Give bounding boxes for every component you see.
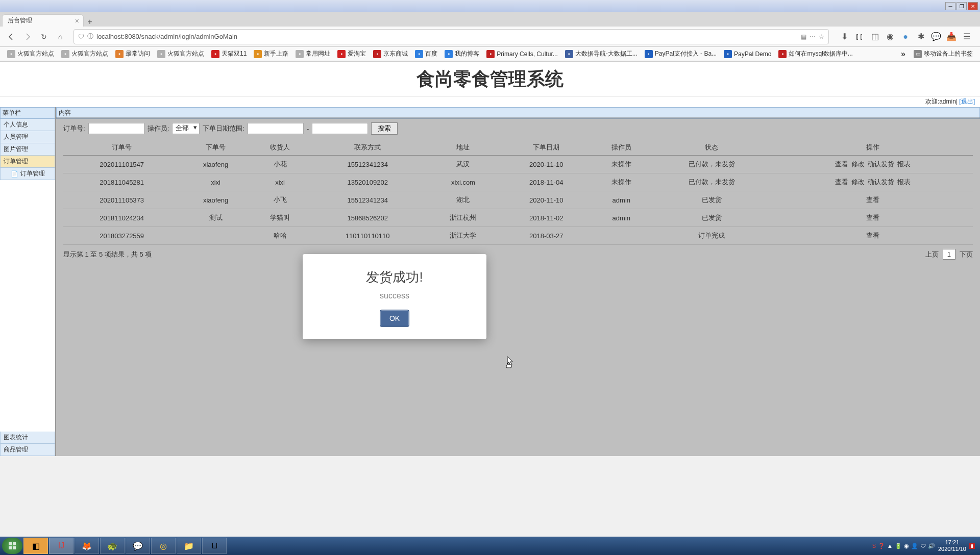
date-to-input[interactable] xyxy=(312,123,368,134)
sidebar-title: 菜单栏 xyxy=(0,107,55,119)
sidebar-item[interactable]: 图片管理 xyxy=(0,143,55,156)
menu-icon[interactable]: ☰ xyxy=(962,32,972,42)
qr-icon[interactable]: ▦ xyxy=(801,33,806,40)
action-link[interactable]: 查看 xyxy=(835,160,848,168)
bookmark-icon: ▪ xyxy=(211,50,219,58)
bookmark-item[interactable]: ▪PayPal Demo xyxy=(721,49,774,58)
action-link[interactable]: 查看 xyxy=(866,214,879,221)
date-from-input[interactable] xyxy=(248,123,304,134)
back-button[interactable] xyxy=(4,30,18,44)
action-link[interactable]: 查看 xyxy=(835,178,848,186)
action-link[interactable]: 修改 xyxy=(851,178,865,186)
operator-select[interactable]: 全部 ▾ xyxy=(172,123,200,134)
bookmark-item[interactable]: ▪我的博客 xyxy=(442,49,482,58)
task-app1[interactable]: ◧ xyxy=(23,538,48,554)
sidebar-item[interactable]: 商品管理 xyxy=(0,444,55,456)
modal-ok-button[interactable]: OK xyxy=(380,310,409,327)
close-button[interactable]: ✕ xyxy=(968,2,978,10)
tray-flag[interactable]: ▮ xyxy=(969,543,975,549)
tray-icon[interactable]: S xyxy=(872,543,876,549)
page-number[interactable]: 1 xyxy=(943,249,955,260)
new-tab-button[interactable]: + xyxy=(84,17,96,27)
tray-clock[interactable]: 17:21 2020/11/10 xyxy=(938,539,966,552)
download-icon[interactable]: ⬇ xyxy=(839,32,849,42)
sidebar-icon[interactable]: ◫ xyxy=(870,32,880,42)
task-app5[interactable]: 🖥 xyxy=(202,538,227,554)
tab-close-icon[interactable]: × xyxy=(75,17,79,25)
bookmark-item[interactable]: ▪火狐官方站点 xyxy=(58,49,111,58)
bookmark-item[interactable]: ▪天猫双11 xyxy=(208,49,250,58)
table-row: 202011101547xiaofeng小花15512341234武汉2020-… xyxy=(63,156,973,173)
ext5-icon[interactable]: 📥 xyxy=(946,32,957,42)
library-icon[interactable]: ⫿⫿ xyxy=(854,32,865,42)
reload-button[interactable]: ↻ xyxy=(37,30,51,44)
sidebar-item[interactable]: 个人信息 xyxy=(0,119,55,131)
bookmark-item[interactable]: ▪火狐官方站点 xyxy=(4,49,57,58)
url-bar[interactable]: 🛡 ⓘ localhost:8080/snack/admin/login/adm… xyxy=(74,29,829,44)
ext1-icon[interactable]: ◉ xyxy=(885,32,895,42)
bookmarks-bar: ▪火狐官方站点▪火狐官方站点▪最常访问▪火狐官方站点▪天猫双11▪新手上路▪常用… xyxy=(0,47,980,61)
bookmarks-overflow[interactable]: » xyxy=(897,49,910,59)
sidebar-item[interactable]: 订单管理 xyxy=(0,156,55,168)
prev-page[interactable]: 上页 xyxy=(925,250,939,259)
order-input[interactable] xyxy=(88,123,144,134)
bookmark-item[interactable]: ▪火狐官方站点 xyxy=(154,49,207,58)
sidebar: 菜单栏 个人信息人员管理图片管理订单管理 📄 订单管理 图表统计商品管理 xyxy=(0,107,56,456)
ext3-icon[interactable]: ✱ xyxy=(916,32,926,42)
action-link[interactable]: 报表 xyxy=(897,160,911,168)
search-button[interactable]: 搜索 xyxy=(371,122,398,135)
tray-icon[interactable]: 🔋 xyxy=(895,543,902,549)
sidebar-item[interactable]: 图表统计 xyxy=(0,432,55,444)
tray-icons[interactable]: S ❓ ▲ 🔋 ◉ 👤 🛡 🔊 xyxy=(872,543,935,549)
bookmark-item[interactable]: ▪京东商城 xyxy=(370,49,411,58)
minimize-button[interactable]: ─ xyxy=(945,2,955,10)
ext4-icon[interactable]: 💬 xyxy=(931,32,941,42)
logout-link[interactable]: [退出] xyxy=(959,98,975,105)
task-app2[interactable]: IJ xyxy=(49,538,74,554)
action-link[interactable]: 确认发货 xyxy=(868,160,894,168)
bookmark-item[interactable]: ▪百度 xyxy=(412,49,440,58)
tray-icon[interactable]: 🔊 xyxy=(928,543,935,549)
forward-button[interactable] xyxy=(20,30,35,44)
home-button[interactable]: ⌂ xyxy=(53,30,67,44)
ext2-icon[interactable]: ● xyxy=(900,32,911,42)
tray-icon[interactable]: ▲ xyxy=(887,543,893,549)
bookmark-icon: ▪ xyxy=(115,50,124,58)
bookmark-item[interactable]: ▪爱淘宝 xyxy=(334,49,369,58)
bookmark-item[interactable]: ▪如何在mysql数据库中... xyxy=(775,49,855,58)
sidebar-item[interactable]: 人员管理 xyxy=(0,131,55,143)
task-app4[interactable]: ◎ xyxy=(151,538,176,554)
ellipsis-icon[interactable]: ⋯ xyxy=(810,33,816,40)
bookmark-item[interactable]: ▪新手上路 xyxy=(251,49,291,58)
action-link[interactable]: 修改 xyxy=(851,160,865,168)
tray-icon[interactable]: ❓ xyxy=(878,543,885,549)
tab-active[interactable]: 后台管理 × xyxy=(2,14,84,27)
star-icon[interactable]: ☆ xyxy=(819,33,824,40)
action-link[interactable]: 确认发货 xyxy=(868,178,894,186)
sidebar-child-order[interactable]: 📄 订单管理 xyxy=(0,168,55,180)
task-explorer[interactable]: 📁 xyxy=(177,538,201,554)
task-app3[interactable]: 🐢 xyxy=(100,538,125,554)
task-wechat[interactable]: 💬 xyxy=(126,538,150,554)
bookmark-item[interactable]: ▪大数据导航-大数据工... xyxy=(562,49,641,58)
bookmark-item[interactable]: ▪最常访问 xyxy=(112,49,153,58)
bookmark-item[interactable]: ▪PayPal支付接入 - Ba... xyxy=(642,49,720,58)
task-firefox[interactable]: 🦊 xyxy=(75,538,99,554)
content: 内容 订单号: 操作员: 全部 ▾ 下单日期范围: - 搜索 xyxy=(56,107,980,456)
tray-icon[interactable]: 🛡 xyxy=(920,543,926,549)
tray-icon[interactable]: ◉ xyxy=(904,543,909,549)
bookmark-icon: ▪ xyxy=(373,50,381,58)
start-button[interactable] xyxy=(2,538,22,554)
column-header: 联系方式 xyxy=(309,140,426,156)
mobile-bookmarks[interactable]: ▭ 移动设备上的书签 xyxy=(911,49,976,58)
bookmark-item[interactable]: ▪Primary Cells, Cultur... xyxy=(483,49,560,58)
next-page[interactable]: 下页 xyxy=(960,250,973,259)
bookmark-icon: ▪ xyxy=(337,50,346,58)
tray-icon[interactable]: 👤 xyxy=(911,543,918,549)
column-header: 下单日期 xyxy=(500,140,592,156)
action-link[interactable]: 报表 xyxy=(897,178,911,186)
action-link[interactable]: 查看 xyxy=(866,232,879,239)
maximize-button[interactable]: ❐ xyxy=(957,2,967,10)
action-link[interactable]: 查看 xyxy=(866,196,879,204)
bookmark-item[interactable]: ▪常用网址 xyxy=(292,49,333,58)
